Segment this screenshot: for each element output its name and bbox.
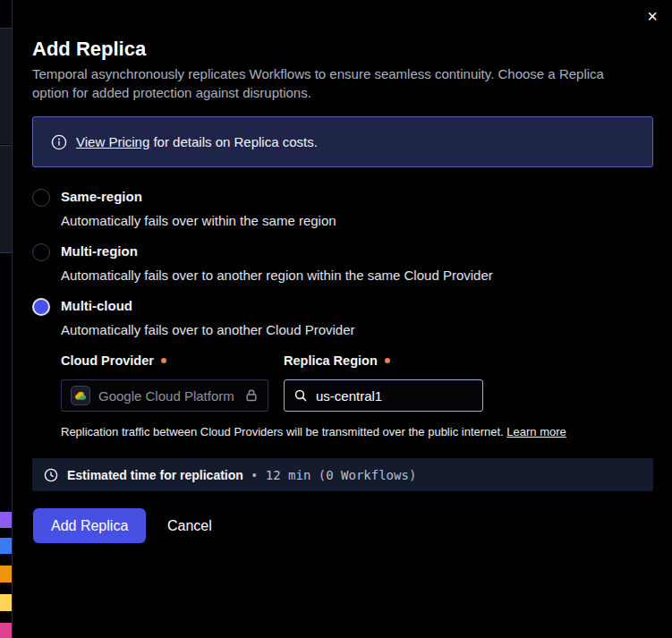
view-pricing-link[interactable]: View Pricing xyxy=(76,134,149,149)
estimate-value: 12 min (0 Workflows) xyxy=(266,468,417,482)
estimate-separator: • xyxy=(252,468,257,482)
cloud-provider-value: Google Cloud Platform xyxy=(98,388,234,404)
pricing-banner-text: View Pricing for details on Replica cost… xyxy=(76,134,318,149)
option-description: Automatically fails over to another Clou… xyxy=(61,322,355,338)
radio-option-multi-region: Multi-region Automatically fails over to… xyxy=(32,242,493,284)
status-color-block xyxy=(0,594,12,611)
close-icon[interactable]: × xyxy=(642,5,663,27)
option-label: Multi-region xyxy=(61,242,493,260)
background-panel xyxy=(0,28,12,144)
status-color-block xyxy=(0,512,12,528)
pricing-info-banner: View Pricing for details on Replica cost… xyxy=(32,116,653,167)
cancel-button[interactable]: Cancel xyxy=(162,508,217,543)
multi-cloud-form: Cloud Provider Replica Region xyxy=(61,353,634,412)
radio-multi-cloud[interactable] xyxy=(32,298,50,316)
required-dot xyxy=(385,358,390,363)
lock-icon xyxy=(244,388,259,403)
radio-option-multi-cloud: Multi-cloud Automatically fails over to … xyxy=(32,297,355,338)
option-description: Automatically fails over to another regi… xyxy=(61,268,493,284)
replica-region-input[interactable] xyxy=(316,388,459,404)
status-color-block xyxy=(0,538,12,554)
status-color-block xyxy=(0,566,12,583)
option-label: Multi-cloud xyxy=(61,297,355,315)
google-cloud-platform-icon xyxy=(71,386,90,405)
cloud-provider-label: Cloud Provider xyxy=(61,353,166,368)
estimated-time-banner: Estimated time for replication • 12 min … xyxy=(32,458,653,491)
required-dot xyxy=(161,358,166,363)
modal-description: Temporal asynchronously replicates Workf… xyxy=(32,64,632,102)
status-color-block xyxy=(0,623,12,638)
learn-more-link[interactable]: Learn more xyxy=(506,425,566,438)
add-replica-modal: × Add Replica Temporal asynchronously re… xyxy=(0,0,672,638)
info-icon xyxy=(51,134,67,150)
cloud-provider-select[interactable]: Google Cloud Platform xyxy=(61,379,268,412)
radio-option-same-region: Same-region Automatically fails over wit… xyxy=(32,188,336,229)
option-description: Automatically fails over within the same… xyxy=(61,213,336,229)
replica-region-label: Replica Region xyxy=(284,353,390,368)
clock-icon xyxy=(44,468,58,482)
estimate-label: Estimated time for replication xyxy=(67,468,243,482)
radio-multi-region[interactable] xyxy=(32,243,50,261)
add-replica-button[interactable]: Add Replica xyxy=(33,508,146,543)
page-title: Add Replica xyxy=(32,38,146,61)
option-label: Same-region xyxy=(61,188,336,206)
search-icon xyxy=(293,388,308,403)
replica-region-combobox[interactable] xyxy=(284,379,483,412)
modal-left-edge xyxy=(12,0,13,638)
public-internet-note: Replication traffic between Cloud Provid… xyxy=(61,425,566,439)
background-panel xyxy=(0,145,12,253)
radio-same-region[interactable] xyxy=(32,189,50,207)
